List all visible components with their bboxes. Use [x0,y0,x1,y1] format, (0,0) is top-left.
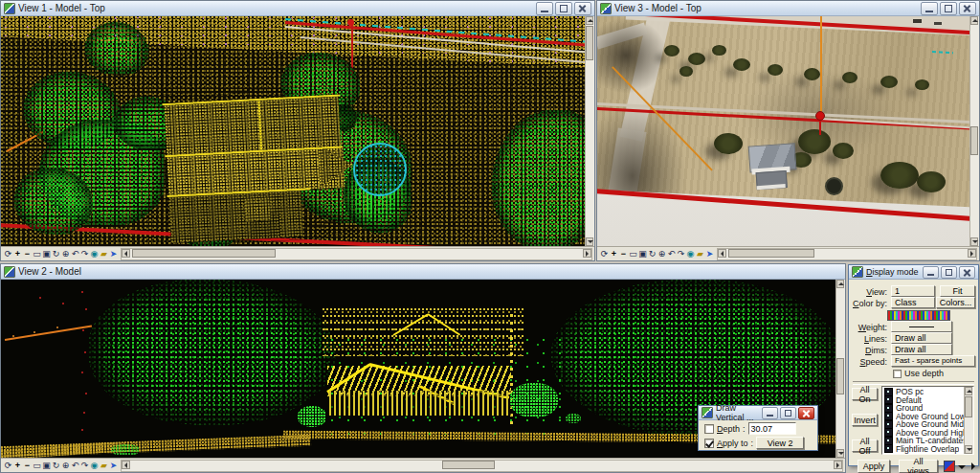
scroll-left-arrow[interactable] [122,461,130,469]
navigate-view-icon[interactable]: ➤ [109,248,118,259]
scroll-up-arrow[interactable] [586,16,593,25]
close-button[interactable] [574,2,591,15]
scroll-left-arrow[interactable] [718,249,726,258]
all-views-button[interactable]: All views [899,460,938,473]
window-area-icon[interactable]: ▭ [33,460,41,471]
scroll-down-arrow[interactable] [965,445,972,454]
zoom-in-icon[interactable]: + [13,460,22,471]
clip-volume-icon[interactable]: ▰ [100,248,108,259]
view1-canvas[interactable] [1,16,585,246]
window-area-icon[interactable]: ▭ [629,248,637,259]
invert-button[interactable]: Invert [852,414,878,426]
apply-button[interactable]: Apply [858,460,890,473]
scroll-right-arrow[interactable] [834,461,842,469]
speed-field[interactable]: Fast - sparse points [891,355,975,367]
use-depth-checkbox[interactable] [893,370,902,378]
clip-volume-icon[interactable]: ▰ [696,248,704,259]
class-list-item[interactable]: Flightline Overlap [882,445,964,454]
scroll-thumb[interactable] [970,126,978,155]
view-previous-icon[interactable]: ↶ [71,248,79,259]
all-on-button[interactable]: All On [852,388,878,400]
weight-field[interactable] [891,321,952,332]
view2-vertical-scrollbar[interactable] [835,280,845,458]
scroll-right-arrow[interactable] [583,249,591,258]
view2-title-bar[interactable]: View 2 - Model [1,264,845,280]
expand-arrow-icon[interactable] [971,462,979,470]
scroll-left-arrow[interactable] [122,249,130,258]
fit-view-icon[interactable]: ▣ [42,460,51,471]
color-by-field[interactable]: Class [891,297,935,308]
apply-to-checkbox[interactable] [704,439,714,448]
navigate-view-icon[interactable]: ➤ [705,248,714,259]
rotate-view-icon[interactable]: ↻ [52,248,60,259]
view3-vertical-scrollbar[interactable] [969,16,979,246]
maximize-button[interactable] [780,407,796,419]
maximize-button[interactable] [940,2,957,15]
dropdown-arrow-icon[interactable] [958,465,966,473]
pan-view-icon[interactable]: ⊕ [61,248,70,259]
scroll-thumb[interactable] [965,396,972,417]
maximize-button[interactable] [555,2,572,15]
fit-button[interactable]: Fit [940,285,975,297]
view3-horizontal-scrollbar[interactable] [717,248,977,260]
scroll-up-arrow[interactable] [970,16,978,25]
view2-horizontal-scrollbar[interactable] [121,460,843,472]
view-previous-icon[interactable]: ↶ [71,460,79,471]
depth-input[interactable] [748,422,796,435]
camera-icon[interactable]: ◉ [90,248,99,259]
scroll-thumb[interactable] [836,358,844,394]
scroll-down-arrow[interactable] [836,449,844,458]
minimize-button[interactable] [921,2,938,15]
view-field[interactable]: 1 [891,285,935,297]
draw-vertical-title-bar[interactable]: Draw Vertical ... [699,406,817,420]
minimize-button[interactable] [762,407,778,419]
navigate-view-icon[interactable]: ➤ [109,460,118,471]
fit-view-icon[interactable]: ▣ [638,248,647,259]
maximize-button[interactable] [941,266,957,279]
clip-volume-icon[interactable]: ▰ [100,460,108,471]
class-list-item[interactable]: POS pc [882,388,964,396]
view-next-icon[interactable]: ↷ [80,248,89,259]
scroll-thumb[interactable] [728,249,814,258]
rotate-view-icon[interactable]: ↻ [648,248,657,259]
update-view-icon[interactable]: ⟳ [600,248,609,259]
close-button[interactable] [798,407,814,419]
fit-view-icon[interactable]: ▣ [42,248,51,259]
update-view-icon[interactable]: ⟳ [4,248,12,259]
class-list[interactable]: POS pcDefaultGroundAbove Ground LowAbove… [881,386,974,455]
view1-vertical-scrollbar[interactable] [585,16,594,246]
scroll-thumb[interactable] [442,461,495,469]
zoom-in-icon[interactable]: + [13,248,22,259]
minimize-button[interactable] [536,2,553,15]
pan-view-icon[interactable]: ⊕ [657,248,666,259]
camera-icon[interactable]: ◉ [686,248,695,259]
view1-title-bar[interactable]: View 1 - Model - Top [1,1,594,16]
display-mode-title-bar[interactable]: Display mode [849,265,978,280]
all-off-button[interactable]: All Off [852,439,878,452]
scroll-down-arrow[interactable] [586,237,593,246]
rotate-view-icon[interactable]: ↻ [52,460,60,471]
zoom-out-icon[interactable]: − [619,248,628,259]
zoom-out-icon[interactable]: − [23,248,32,259]
class-list-scrollbar[interactable] [964,387,973,454]
scroll-down-arrow[interactable] [970,237,978,246]
camera-icon[interactable]: ◉ [90,460,99,471]
close-button[interactable] [959,266,975,279]
view-previous-icon[interactable]: ↶ [667,248,676,259]
scroll-thumb[interactable] [586,26,593,60]
view1-horizontal-scrollbar[interactable] [121,248,592,260]
depth-checkbox[interactable] [704,424,714,434]
scroll-thumb[interactable] [132,249,276,258]
scroll-right-arrow[interactable] [968,249,976,258]
view-next-icon[interactable]: ↷ [677,248,685,259]
window-area-icon[interactable]: ▭ [33,248,41,259]
view3-canvas[interactable] [597,16,969,246]
scroll-up-arrow[interactable] [965,387,972,395]
zoom-in-icon[interactable]: + [610,248,618,259]
view3-title-bar[interactable]: View 3 - Model - Top [597,1,979,16]
lines-field[interactable]: Draw all [891,332,952,344]
dims-field[interactable]: Draw all [891,344,952,355]
apply-to-view-button[interactable]: View 2 [756,437,804,449]
view-image-button[interactable] [944,461,955,472]
class-list-item[interactable]: Default [882,396,964,405]
